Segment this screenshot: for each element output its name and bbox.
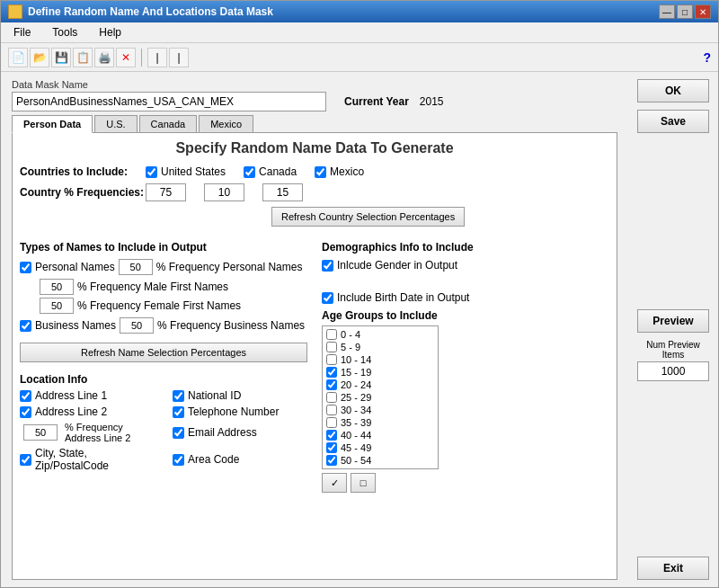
business-names-checkbox[interactable] xyxy=(20,320,31,332)
include-birth-label: Include Birth Date in Output xyxy=(337,291,469,304)
menu-tools[interactable]: Tools xyxy=(47,24,83,40)
preview-button[interactable]: Preview xyxy=(637,309,709,333)
menu-bar: File Tools Help xyxy=(1,22,718,43)
demographics-section: Demographics Info to Include Inlcude Gen… xyxy=(322,241,609,304)
include-gender-label: Inlcude Gender in Output xyxy=(337,259,457,272)
country-canada-label: Canada xyxy=(259,165,297,178)
toolbar: 📄 📂 💾 📋 🖨️ ✕ | | ? xyxy=(1,43,718,72)
personal-names-label: Personal Names xyxy=(35,261,115,273)
addr2-freq-input[interactable] xyxy=(23,424,58,441)
age-30-34: 30 - 34 xyxy=(324,404,436,416)
toolbar-btn-2[interactable]: | xyxy=(169,48,189,67)
age-30-34-checkbox[interactable] xyxy=(326,405,337,415)
preview-row: Num Preview Items xyxy=(635,340,711,381)
save-button-right[interactable]: Save xyxy=(637,110,709,133)
main-content: Data Mask Name PersonAndBusinessNames_US… xyxy=(1,72,718,587)
menu-help[interactable]: Help xyxy=(93,24,127,40)
country-mexico-item: Mexico xyxy=(315,165,364,178)
title-buttons: — □ ✕ xyxy=(659,4,711,19)
exit-button[interactable]: Exit xyxy=(637,557,709,580)
national-id-checkbox[interactable] xyxy=(173,390,184,402)
age-10-14-checkbox[interactable] xyxy=(326,354,337,365)
addr2-item: Address Line 2 xyxy=(20,405,155,418)
age-20-24-label: 20 - 24 xyxy=(341,379,371,390)
location-section: Location Info Address Line 1 National ID xyxy=(20,373,307,472)
age-25-29-label: 25 - 29 xyxy=(341,392,371,403)
country-mexico-checkbox[interactable] xyxy=(315,166,326,178)
country-canada-checkbox[interactable] xyxy=(244,166,255,178)
num-preview-input[interactable] xyxy=(637,361,709,381)
countries-row: Countries to Include: United States Cana… xyxy=(20,165,609,178)
refresh-name-button[interactable]: Refresh Name Selection Percentages xyxy=(20,343,307,362)
include-gender-checkbox[interactable] xyxy=(322,260,333,272)
include-birth-item: Include Birth Date in Output xyxy=(322,291,609,304)
freq-mexico-input[interactable] xyxy=(262,183,303,201)
age-20-24-checkbox[interactable] xyxy=(326,379,337,390)
age-5-9-checkbox[interactable] xyxy=(326,342,337,352)
areacode-checkbox[interactable] xyxy=(173,454,184,466)
freq-us-input[interactable] xyxy=(146,183,186,201)
ok-button[interactable]: OK xyxy=(637,79,709,102)
age-uncheck-all-button[interactable]: □ xyxy=(351,473,376,493)
maximize-button[interactable]: □ xyxy=(677,4,693,19)
age-30-34-label: 30 - 34 xyxy=(341,405,371,415)
section-title: Specify Random Name Data To Generate xyxy=(20,140,609,156)
business-names-freq-label: % Frequency Business Names xyxy=(157,319,305,332)
main-window: Define Random Name And Locations Data Ma… xyxy=(0,0,719,588)
left-panel: Data Mask Name PersonAndBusinessNames_US… xyxy=(1,72,628,587)
city-checkbox[interactable] xyxy=(20,454,31,466)
country-us-item: United States xyxy=(146,165,226,178)
delete-red-button[interactable]: ✕ xyxy=(116,48,136,67)
close-button[interactable]: ✕ xyxy=(695,4,711,19)
help-icon[interactable]: ? xyxy=(703,50,711,65)
telephone-item: Telephone Number xyxy=(173,405,307,418)
areacode-label: Area Code xyxy=(188,453,239,466)
tabs-container: Person Data U.S. Canada Mexico xyxy=(12,115,617,133)
business-names-freq-input[interactable] xyxy=(120,317,154,334)
tab-person-data[interactable]: Person Data xyxy=(12,115,93,133)
age-50-54-checkbox[interactable] xyxy=(326,455,337,466)
telephone-checkbox[interactable] xyxy=(173,406,184,418)
email-checkbox[interactable] xyxy=(173,427,184,439)
age-group-list[interactable]: 0 - 4 5 - 9 10 - 14 xyxy=(322,325,439,469)
addr1-checkbox[interactable] xyxy=(20,390,31,402)
toolbar-btn-1[interactable]: | xyxy=(147,48,167,67)
business-names-row: Business Names % Frequency Business Name… xyxy=(20,317,307,334)
age-45-49-checkbox[interactable] xyxy=(326,442,337,453)
save-as-button[interactable]: 📋 xyxy=(73,48,93,67)
age-0-4-checkbox[interactable] xyxy=(326,329,337,340)
age-40-44-checkbox[interactable] xyxy=(326,430,337,441)
open-button[interactable]: 📂 xyxy=(30,48,49,67)
save-button[interactable]: 💾 xyxy=(51,48,71,67)
new-button[interactable]: 📄 xyxy=(8,48,28,67)
tab-canada[interactable]: Canada xyxy=(139,115,198,133)
types-title: Types of Names to Include in Output xyxy=(20,241,307,254)
tab-mexico[interactable]: Mexico xyxy=(199,115,253,133)
menu-file[interactable]: File xyxy=(8,24,36,40)
location-grid: Address Line 1 National ID Address Line … xyxy=(20,389,307,472)
age-25-29: 25 - 29 xyxy=(324,391,436,404)
data-mask-name-section: Data Mask Name PersonAndBusinessNames_US… xyxy=(12,79,617,111)
window-icon xyxy=(8,4,22,19)
female-freq-input[interactable] xyxy=(40,298,74,314)
age-check-all-button[interactable]: ✓ xyxy=(322,473,347,493)
freq-canada-input[interactable] xyxy=(204,183,244,201)
personal-names-freq-label: % Frequency Personal Names xyxy=(156,261,303,273)
title-bar: Define Random Name And Locations Data Ma… xyxy=(1,1,718,22)
personal-names-freq-input[interactable] xyxy=(119,259,153,275)
country-us-checkbox[interactable] xyxy=(146,166,157,178)
minimize-button[interactable]: — xyxy=(659,4,675,19)
male-freq-input[interactable] xyxy=(40,279,74,295)
col-left: Types of Names to Include in Output Pers… xyxy=(20,241,307,493)
addr1-label: Address Line 1 xyxy=(35,389,107,402)
print-button[interactable]: 🖨️ xyxy=(94,48,114,67)
tab-us[interactable]: U.S. xyxy=(94,115,137,133)
age-15-19-checkbox[interactable] xyxy=(326,367,337,378)
addr2-checkbox[interactable] xyxy=(20,406,31,418)
refresh-country-button[interactable]: Refresh Country Selection Percentages xyxy=(271,207,465,227)
age-25-29-checkbox[interactable] xyxy=(326,392,337,403)
age-35-39-checkbox[interactable] xyxy=(326,417,337,428)
include-birth-checkbox[interactable] xyxy=(322,292,333,304)
data-mask-name-input[interactable]: PersonAndBusinessNames_USA_CAN_MEX xyxy=(12,92,326,111)
personal-names-checkbox[interactable] xyxy=(20,262,31,273)
